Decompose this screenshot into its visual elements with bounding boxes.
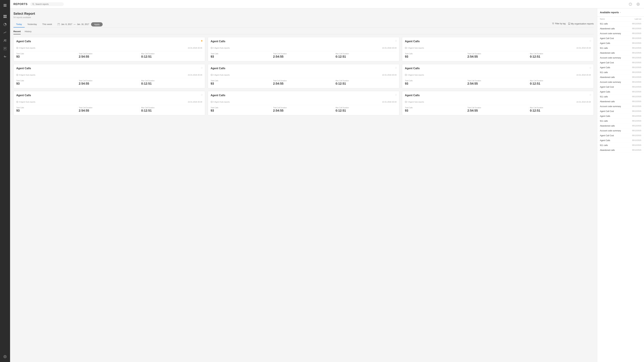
available-report-row[interactable]: Agent Calls 05/12/2015 bbox=[597, 114, 644, 119]
stat-value: 2:54:55 bbox=[273, 109, 333, 112]
stat-label: Total Calls bbox=[405, 53, 464, 55]
stat-item: Total Calls 93 bbox=[16, 53, 78, 58]
report-card-stats: Total Calls 93 Total Call Duration 2:54:… bbox=[211, 78, 397, 85]
svg-line-52 bbox=[212, 102, 212, 102]
available-report-row[interactable]: Agent Calls 05/12/2015 bbox=[597, 41, 644, 46]
menu-icon[interactable] bbox=[2, 2, 8, 9]
report-card[interactable]: Agent Calls ☆ 4 Agent Sub-reports 22.01.… bbox=[402, 91, 594, 115]
stat-value: 0:12:51 bbox=[141, 109, 201, 112]
star-icon[interactable]: ☆ bbox=[200, 93, 203, 96]
report-card[interactable]: Agent Calls ★ 4 Agent Sub-reports 22.01.… bbox=[14, 37, 205, 61]
available-report-row[interactable]: 911 calls 05/12/2015 bbox=[597, 21, 644, 26]
report-card[interactable]: Agent Calls ☆ 4 Agent Sub-reports 22.01.… bbox=[208, 64, 400, 88]
available-report-row[interactable]: 911 calls 05/12/2015 bbox=[597, 143, 644, 148]
available-report-row[interactable]: Agent Call Cost 05/12/2015 bbox=[597, 36, 644, 41]
date-start: Jan. 8, 2017 bbox=[61, 23, 72, 25]
available-report-row[interactable]: 911 calls 05/12/2015 bbox=[597, 46, 644, 51]
star-icon[interactable]: ☆ bbox=[589, 39, 592, 42]
stat-item: Max Call Duration 0:12:51 bbox=[334, 53, 397, 58]
available-report-row[interactable]: Agent Calls 05/12/2015 bbox=[597, 65, 644, 70]
tab-this-week[interactable]: This week bbox=[40, 21, 55, 27]
sub-reports-count: 4 Agent Sub-reports bbox=[213, 74, 230, 76]
available-report-row[interactable]: Agent Call Cost 05/12/2015 bbox=[597, 109, 644, 114]
stat-item: Total Call Duration 2:54:55 bbox=[272, 80, 334, 85]
available-report-date: 05/12/2015 bbox=[632, 144, 641, 146]
analytics-icon[interactable] bbox=[2, 21, 8, 28]
available-report-row[interactable]: Abandoned calls 05/12/2015 bbox=[597, 26, 644, 31]
svg-line-40 bbox=[17, 75, 18, 75]
available-report-row[interactable]: Abandoned calls 05/12/2015 bbox=[597, 123, 644, 128]
apply-button[interactable]: Apply bbox=[91, 22, 103, 26]
org-reports-button[interactable]: My organisation reports bbox=[568, 22, 594, 25]
activity-icon[interactable] bbox=[2, 53, 8, 60]
available-report-row[interactable]: 911 calls 05/12/2015 bbox=[597, 94, 644, 99]
stat-label: Total Calls bbox=[16, 80, 76, 82]
report-card-meta: 4 Agent Sub-reports 22.01.2018 20:34 bbox=[405, 74, 591, 76]
star-icon[interactable]: ☆ bbox=[395, 93, 397, 96]
expand-arrow-icon[interactable]: › bbox=[620, 11, 620, 13]
star-icon[interactable]: ★ bbox=[200, 39, 203, 42]
report-card[interactable]: Agent Calls ☆ 4 Agent Sub-reports 22.01.… bbox=[208, 37, 400, 61]
available-report-row[interactable]: Agent Call Cost 05/12/2015 bbox=[597, 133, 644, 138]
available-report-date: 05/12/2015 bbox=[632, 125, 641, 127]
tab-today[interactable]: Today bbox=[14, 21, 25, 27]
available-report-row[interactable]: Agent Call Cost 05/12/2015 bbox=[597, 85, 644, 89]
help-icon[interactable]: ? bbox=[628, 2, 633, 7]
filter-icon bbox=[552, 23, 554, 25]
available-report-name: Abandoned calls bbox=[600, 100, 615, 103]
report-card-sub-info: 4 Agent Sub-reports bbox=[405, 101, 424, 103]
reports-icon[interactable] bbox=[2, 45, 8, 52]
date-end: Jan. 16, 2017 bbox=[77, 23, 89, 25]
available-report-row[interactable]: Agent Call Cost 05/12/2015 bbox=[597, 60, 644, 65]
star-icon[interactable]: ☆ bbox=[395, 39, 397, 42]
clock-icon bbox=[405, 74, 407, 76]
report-card[interactable]: Agent Calls ☆ 4 Agent Sub-reports 22.01.… bbox=[402, 64, 594, 88]
report-card[interactable]: Agent Calls ☆ 4 Agent Sub-reports 22.01.… bbox=[208, 91, 400, 115]
tab-history[interactable]: History bbox=[25, 30, 31, 34]
report-timestamp: 22.01.2018 20:34 bbox=[188, 101, 202, 103]
available-report-row[interactable]: 911 calls 05/12/2015 bbox=[597, 119, 644, 123]
available-report-row[interactable]: Abandoned calls 05/12/2015 bbox=[597, 99, 644, 104]
available-report-row[interactable]: Account code summary 05/12/2015 bbox=[597, 55, 644, 60]
tab-recent[interactable]: Recent bbox=[14, 30, 21, 34]
stat-value: 2:54:55 bbox=[468, 82, 527, 85]
search-input[interactable] bbox=[36, 3, 60, 5]
clock-icon bbox=[405, 101, 407, 103]
people-icon[interactable] bbox=[2, 37, 8, 44]
stat-item: Total Calls 93 bbox=[405, 80, 466, 85]
stat-label: Total Call Duration bbox=[79, 80, 138, 82]
stat-item: Max Call Duration 0:12:51 bbox=[140, 53, 202, 58]
filter-by-tag-button[interactable]: Filter by tag bbox=[552, 22, 566, 25]
available-report-row[interactable]: Account code summary 05/12/2015 bbox=[597, 104, 644, 109]
available-report-row[interactable]: Account code summary 05/12/2015 bbox=[597, 128, 644, 133]
stat-label: Total Call Duration bbox=[273, 53, 333, 55]
report-card[interactable]: Agent Calls ☆ 4 Agent Sub-reports 22.01.… bbox=[402, 37, 594, 61]
stat-value: 93 bbox=[405, 55, 464, 58]
star-icon[interactable]: ☆ bbox=[200, 66, 203, 69]
available-report-row[interactable]: Account code summary 05/12/2015 bbox=[597, 80, 644, 85]
available-report-row[interactable]: Abandoned calls 05/12/2015 bbox=[597, 51, 644, 55]
available-report-row[interactable]: Abandoned calls 05/12/2015 bbox=[597, 148, 644, 153]
stat-value: 0:12:51 bbox=[530, 109, 590, 112]
available-report-row[interactable]: Abandoned calls 05/12/2015 bbox=[597, 75, 644, 80]
user-avatar-icon[interactable] bbox=[636, 2, 641, 7]
star-icon[interactable]: ☆ bbox=[395, 66, 397, 69]
line-chart-icon[interactable] bbox=[2, 29, 8, 36]
available-report-row[interactable]: Agent Calls 05/12/2015 bbox=[597, 89, 644, 94]
right-panel: Available reports › Name Last run 911 ca… bbox=[597, 8, 644, 362]
report-card[interactable]: Agent Calls ☆ 4 Agent Sub-reports 22.01.… bbox=[14, 64, 205, 88]
clock-icon bbox=[16, 74, 18, 76]
available-report-row[interactable]: Agent Calls 05/12/2015 bbox=[597, 138, 644, 143]
available-report-name: 911 calls bbox=[600, 71, 608, 73]
available-report-name: Agent Call Cost bbox=[600, 61, 614, 64]
available-report-row[interactable]: 911 calls 05/12/2015 bbox=[597, 70, 644, 75]
sub-reports-count: 4 Agent Sub-reports bbox=[408, 47, 424, 49]
report-card-stats: Total Calls 93 Total Call Duration 2:54:… bbox=[211, 51, 397, 58]
star-icon[interactable]: ☆ bbox=[589, 93, 592, 96]
star-icon[interactable]: ☆ bbox=[589, 66, 592, 69]
report-card[interactable]: Agent Calls ☆ 4 Agent Sub-reports 22.01.… bbox=[14, 91, 205, 115]
available-report-row[interactable]: Account code summary 05/12/2015 bbox=[597, 31, 644, 36]
person-circle-icon[interactable] bbox=[2, 353, 8, 360]
dashboard-icon[interactable] bbox=[2, 13, 8, 20]
tab-yesterday[interactable]: Yesterday bbox=[25, 21, 40, 27]
